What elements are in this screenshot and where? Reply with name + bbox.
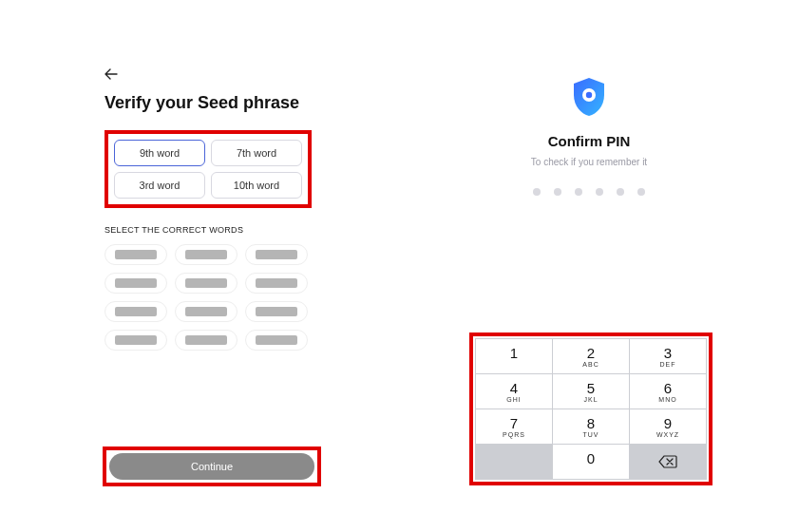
keypad-key-9[interactable]: 9WXYZ xyxy=(630,409,706,444)
keypad-key-letters xyxy=(513,361,516,368)
word-chip-placeholder xyxy=(256,250,297,259)
word-chip-placeholder xyxy=(256,278,297,288)
back-arrow-icon[interactable] xyxy=(104,66,118,84)
confirm-pin-title: Confirm PIN xyxy=(548,133,631,149)
keypad-key-number: 6 xyxy=(664,381,672,395)
word-chip-placeholder xyxy=(115,278,157,288)
word-chip[interactable] xyxy=(245,273,308,294)
word-slots-grid: 9th word 7th word 3rd word 10th word xyxy=(114,140,302,199)
keypad-key-8[interactable]: 8TUV xyxy=(553,409,629,444)
select-words-label: SELECT THE CORRECT WORDS xyxy=(104,225,314,235)
word-chip[interactable] xyxy=(175,330,238,351)
keypad-blank xyxy=(476,445,552,479)
pin-dot xyxy=(554,188,561,196)
word-chip[interactable] xyxy=(104,330,167,351)
keypad-key-number: 4 xyxy=(510,381,518,395)
word-chip[interactable] xyxy=(104,244,167,265)
keypad-key-letters: PQRS xyxy=(503,431,525,438)
keypad-key-letters: ABC xyxy=(582,361,598,368)
keypad-key-2[interactable]: 2ABC xyxy=(553,339,629,373)
keypad-key-5[interactable]: 5JKL xyxy=(553,374,629,408)
shield-icon xyxy=(570,76,608,118)
word-chip[interactable] xyxy=(175,273,238,294)
pin-dots xyxy=(533,188,645,196)
svg-point-1 xyxy=(586,92,592,98)
word-slot-1[interactable]: 9th word xyxy=(114,140,205,166)
word-chip[interactable] xyxy=(245,301,308,322)
keypad-key-letters: GHI xyxy=(506,396,521,403)
keypad-key-number: 5 xyxy=(587,381,595,395)
word-chip[interactable] xyxy=(245,244,308,265)
confirm-pin-panel: Confirm PIN To check if you remember it xyxy=(470,76,708,196)
word-chip[interactable] xyxy=(104,301,167,322)
pin-dot xyxy=(533,188,541,196)
keypad-key-number: 9 xyxy=(664,416,672,430)
keypad-backspace[interactable] xyxy=(630,445,706,479)
word-chip-placeholder xyxy=(256,307,297,316)
keypad-key-letters: DEF xyxy=(660,361,676,368)
word-slot-3[interactable]: 3rd word xyxy=(114,172,205,199)
word-chip[interactable] xyxy=(175,244,238,265)
pin-dot xyxy=(575,188,582,196)
verify-seed-panel: Verify your Seed phrase 9th word 7th wor… xyxy=(104,66,314,360)
confirm-pin-subtitle: To check if you remember it xyxy=(531,157,647,167)
word-chip-placeholder xyxy=(185,335,227,345)
verify-title: Verify your Seed phrase xyxy=(104,93,314,113)
word-chip-placeholder xyxy=(185,278,227,288)
keypad-key-number: 3 xyxy=(664,346,672,360)
word-chip-placeholder xyxy=(115,335,157,345)
keypad-key-letters: TUV xyxy=(583,431,599,438)
keypad-key-4[interactable]: 4GHI xyxy=(476,374,552,408)
word-chip[interactable] xyxy=(245,330,308,351)
keypad-key-3[interactable]: 3DEF xyxy=(630,339,706,373)
keypad-key-number: 2 xyxy=(587,346,595,360)
word-chip-placeholder xyxy=(185,250,227,259)
keypad-key-1[interactable]: 1 xyxy=(476,339,552,373)
keypad-key-number: 8 xyxy=(587,416,595,430)
pin-dot xyxy=(637,188,645,196)
keypad-key-number: 7 xyxy=(510,416,518,430)
keypad-key-7[interactable]: 7PQRS xyxy=(476,409,552,444)
word-slots-highlight: 9th word 7th word 3rd word 10th word xyxy=(104,130,312,208)
word-slot-4[interactable]: 10th word xyxy=(211,172,302,199)
word-chip-placeholder xyxy=(256,335,297,345)
word-chip-placeholder xyxy=(185,307,227,316)
keypad-key-0[interactable]: 0 xyxy=(553,445,629,479)
backspace-icon xyxy=(658,455,677,468)
continue-button[interactable]: Continue xyxy=(109,453,314,480)
keypad-key-letters: WXYZ xyxy=(656,431,679,438)
word-chip-placeholder xyxy=(115,250,157,259)
keypad-key-letters: MNO xyxy=(658,396,676,403)
word-chip[interactable] xyxy=(104,273,167,294)
keypad-highlight-wrap: 1 2ABC3DEF4GHI5JKL6MNO7PQRS8TUV9WXYZ0 xyxy=(469,332,712,485)
word-slot-2[interactable]: 7th word xyxy=(211,140,302,166)
word-choice-grid xyxy=(104,244,314,351)
continue-highlight-wrap: Continue xyxy=(103,446,321,486)
keypad-key-letters: JKL xyxy=(583,396,598,403)
numeric-keypad: 1 2ABC3DEF4GHI5JKL6MNO7PQRS8TUV9WXYZ0 xyxy=(475,338,707,480)
keypad-key-number: 0 xyxy=(587,451,595,466)
pin-dot xyxy=(596,188,603,196)
pin-dot xyxy=(617,188,624,196)
word-chip[interactable] xyxy=(175,301,238,322)
keypad-key-6[interactable]: 6MNO xyxy=(630,374,706,408)
word-chip-placeholder xyxy=(115,307,157,316)
keypad-key-number: 1 xyxy=(510,346,518,360)
